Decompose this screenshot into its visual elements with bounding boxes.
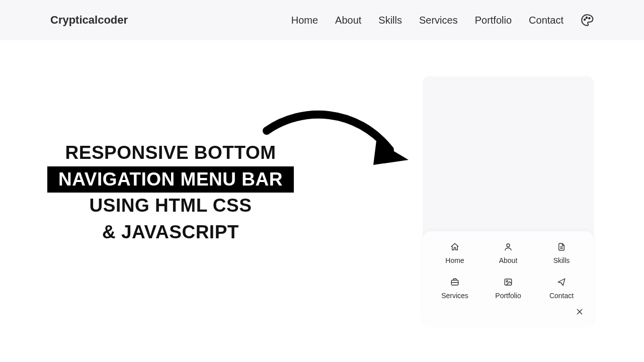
nav-skills[interactable]: Skills bbox=[378, 15, 402, 26]
nav-contact[interactable]: Contact bbox=[529, 15, 564, 26]
title-line-2: NAVIGATION MENU BAR bbox=[47, 166, 294, 193]
nav-about[interactable]: About bbox=[335, 15, 361, 26]
bottom-nav-label: Home bbox=[445, 256, 464, 264]
mobile-preview: Home About Skills bbox=[423, 76, 594, 326]
home-icon bbox=[450, 242, 459, 253]
close-icon[interactable] bbox=[574, 306, 586, 320]
image-icon bbox=[504, 278, 513, 289]
bottom-nav-label: Contact bbox=[549, 292, 574, 300]
bottom-nav-services[interactable]: Services bbox=[431, 278, 479, 300]
bottom-nav-label: Services bbox=[441, 292, 468, 300]
hero-title: RESPONSIVE BOTTOM NAVIGATION MENU BAR US… bbox=[42, 140, 299, 245]
svg-point-0 bbox=[584, 19, 586, 21]
header: Crypticalcoder Home About Skills Service… bbox=[0, 0, 644, 40]
bottom-nav-label: Portfolio bbox=[495, 292, 521, 300]
logo[interactable]: Crypticalcoder bbox=[50, 14, 128, 27]
bottom-nav-skills[interactable]: Skills bbox=[537, 242, 586, 264]
top-nav: Home About Skills Services Portfolio Con… bbox=[291, 14, 594, 27]
svg-point-1 bbox=[586, 17, 588, 19]
title-line-3: USING HTML CSS bbox=[42, 193, 299, 219]
arrow-icon bbox=[262, 106, 418, 176]
bottom-nav-grid: Home About Skills bbox=[431, 242, 586, 300]
svg-point-6 bbox=[506, 281, 508, 282]
bottom-nav-about[interactable]: About bbox=[484, 242, 532, 264]
svg-point-2 bbox=[589, 18, 590, 19]
bottom-nav-portfolio[interactable]: Portfolio bbox=[484, 278, 532, 300]
bottom-nav-contact[interactable]: Contact bbox=[537, 278, 586, 300]
briefcase-icon bbox=[450, 278, 459, 289]
bottom-nav-close-row bbox=[431, 306, 586, 320]
nav-services[interactable]: Services bbox=[419, 15, 458, 26]
svg-rect-5 bbox=[505, 279, 512, 285]
title-line-1: RESPONSIVE BOTTOM bbox=[42, 140, 299, 166]
bottom-nav-home[interactable]: Home bbox=[431, 242, 479, 264]
bottom-nav-label: About bbox=[499, 256, 518, 264]
nav-home[interactable]: Home bbox=[291, 15, 318, 26]
nav-portfolio[interactable]: Portfolio bbox=[475, 15, 512, 26]
send-icon bbox=[557, 278, 566, 289]
svg-point-3 bbox=[507, 244, 510, 247]
title-line-4: & JAVASCRIPT bbox=[42, 219, 299, 246]
bottom-nav-label: Skills bbox=[553, 256, 570, 264]
user-icon bbox=[504, 242, 513, 253]
bottom-nav: Home About Skills bbox=[423, 231, 594, 326]
file-icon bbox=[557, 242, 566, 253]
palette-icon[interactable] bbox=[581, 14, 594, 27]
